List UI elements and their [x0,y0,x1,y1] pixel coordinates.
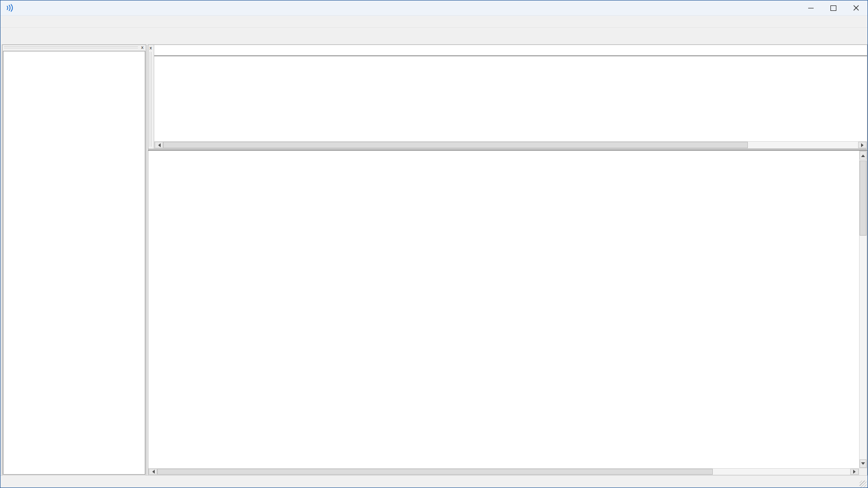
app-window: x x [0,0,868,488]
waveform-panel-titlebar[interactable]: x [148,45,154,149]
trace-gather-svg [148,151,859,469]
waveform-hscrollbar[interactable] [154,141,867,149]
scroll-left-icon[interactable] [149,469,157,475]
minimize-button[interactable] [799,0,822,15]
title-bar [0,0,868,16]
waveform-readout [154,45,867,55]
minimize-icon [808,8,814,8]
toolbar [0,28,868,45]
scroll-right-icon[interactable] [858,142,867,148]
scrollbar-corner [859,468,867,475]
scroll-thumb[interactable] [860,161,867,236]
app-sound-wave-icon [4,3,14,13]
velocity-curve-svg [3,51,146,475]
velocity-panel-titlebar[interactable]: x [2,45,146,50]
waveform-detail-panel: x [148,44,868,149]
resize-grip[interactable] [860,481,867,488]
velocity-depth-panel: x [2,44,146,476]
panel-close-icon[interactable]: x [148,46,153,50]
drag-grip [150,52,152,147]
scroll-left-icon[interactable] [155,142,163,148]
waveform-svg [154,56,867,141]
scroll-thumb[interactable] [163,142,748,148]
scroll-right-icon[interactable] [850,469,859,475]
scroll-thumb[interactable] [157,469,713,475]
workspace: x x [0,44,868,477]
drag-grip [4,46,138,49]
status-bar [0,475,868,488]
panel-close-icon[interactable]: x [140,45,145,50]
trace-gather-panel[interactable] [148,150,868,476]
close-icon [853,5,859,11]
maximize-icon [830,5,836,11]
maximize-button[interactable] [822,0,845,15]
velocity-depth-chart [3,51,145,475]
menu-bar [0,16,868,28]
traces-vscrollbar[interactable] [859,151,867,468]
traces-hscrollbar[interactable] [148,468,859,475]
close-button[interactable] [845,0,868,15]
scroll-up-icon[interactable] [860,151,867,160]
pick-readout [157,59,178,67]
scroll-down-icon[interactable] [860,459,867,468]
waveform-plot-area[interactable] [154,55,867,143]
